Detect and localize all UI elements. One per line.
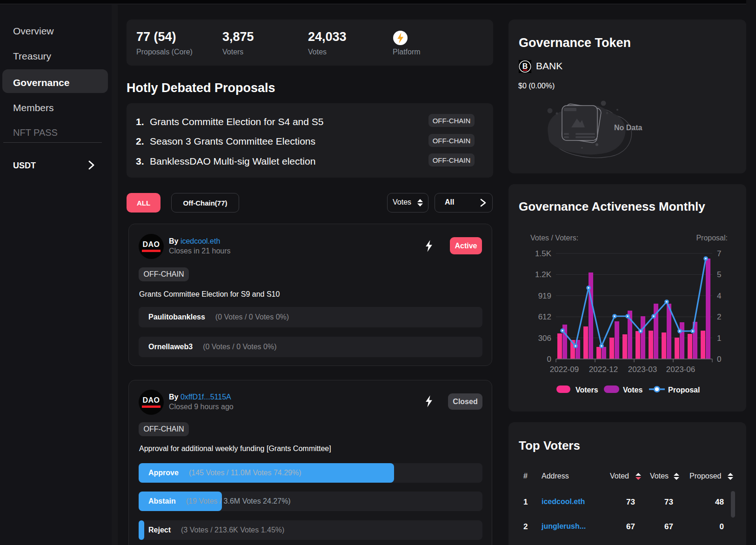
svg-text:Voters: Voters — [575, 386, 598, 394]
svg-text:Votes / Voters:: Votes / Voters: — [530, 234, 578, 242]
svg-text:4: 4 — [717, 292, 721, 300]
svg-text:5: 5 — [717, 270, 721, 279]
svg-text:2: 2 — [717, 312, 721, 321]
svg-text:2023-06: 2023-06 — [666, 365, 695, 374]
svg-text:Votes: Votes — [623, 386, 642, 394]
svg-text:2022-09: 2022-09 — [550, 365, 579, 374]
svg-text:612: 612 — [538, 312, 551, 321]
svg-text:2023-03: 2023-03 — [628, 365, 657, 374]
svg-text:919: 919 — [538, 292, 551, 300]
svg-text:Proposal: Proposal — [668, 386, 700, 394]
svg-text:1.2K: 1.2K — [535, 270, 552, 279]
svg-text:1: 1 — [717, 334, 721, 343]
svg-text:7: 7 — [717, 249, 721, 258]
svg-text:1.5K: 1.5K — [535, 249, 552, 258]
svg-text:B: B — [522, 62, 528, 70]
svg-text:306: 306 — [538, 334, 551, 343]
svg-text:Proposal:: Proposal: — [696, 234, 728, 242]
svg-text:2022-12: 2022-12 — [589, 365, 618, 374]
svg-text:0: 0 — [547, 355, 551, 364]
svg-text:0: 0 — [717, 355, 721, 364]
